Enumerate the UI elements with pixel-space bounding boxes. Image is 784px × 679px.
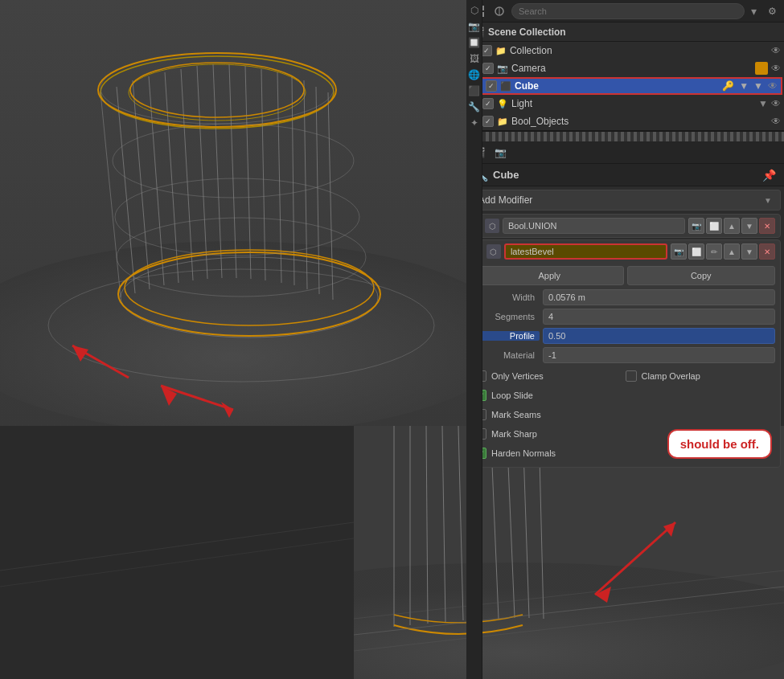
outliner-item-cube[interactable]: ✓ ⬛ Cube 🔑 ▼ ▼ 👁 (468, 77, 782, 95)
cube-action-3[interactable]: ▼ (753, 80, 763, 92)
sidebar-icon-6[interactable]: ⬛ (467, 84, 482, 98)
bool-union-camera-btn[interactable]: 📷 (688, 218, 704, 234)
bool-union-realtime-btn[interactable]: ⬜ (706, 218, 722, 234)
pin-icon[interactable]: 📌 (762, 169, 776, 182)
copy-button[interactable]: Copy (627, 266, 776, 285)
sidebar-icon-1[interactable]: ⬡ (467, 3, 482, 18)
viewport-top[interactable] (0, 0, 466, 426)
add-modifier-label: Add Modifier (478, 194, 532, 206)
viewport-bottom-left[interactable] (0, 426, 354, 679)
filter-icon[interactable]: ▾ (748, 5, 760, 18)
width-label: Width (475, 292, 540, 302)
material-value[interactable]: -1 (543, 347, 775, 363)
svg-point-3 (129, 64, 306, 121)
bevel-up-btn[interactable]: ▲ (724, 243, 740, 260)
bevel-icon: ⬡ (486, 244, 501, 259)
search-input[interactable] (511, 3, 745, 19)
modifier-bool-union-header: ▶ ⬡ 📷 ⬜ ▲ ▼ ✕ (470, 215, 780, 237)
cube-action-2[interactable]: ▼ (739, 80, 749, 92)
clamp-overlap-checkbox[interactable] (626, 370, 637, 382)
profile-label: Profile (475, 331, 540, 341)
bottom-left-svg (0, 426, 354, 679)
annotation-text: should be off. (680, 437, 759, 451)
collection-icon: 📁 (495, 46, 507, 56)
camera-icon: 📷 (497, 63, 508, 74)
sidebar-icon-wrench[interactable]: 🔧 (467, 100, 482, 114)
segments-label: Segments (475, 312, 540, 321)
light-visibility-icon[interactable]: 👁 (771, 98, 781, 109)
apply-copy-row: Apply Copy (470, 263, 780, 288)
apply-button[interactable]: Apply (475, 266, 624, 285)
svg-point-0 (0, 241, 466, 426)
profile-value[interactable]: 0.50 (543, 328, 775, 344)
bool-union-name-input[interactable] (503, 218, 685, 234)
light-icon: 💡 (497, 99, 508, 109)
bool-union-up-btn[interactable]: ▲ (724, 218, 740, 234)
bevel-edit-btn[interactable]: ✏ (706, 243, 722, 260)
camera-label: Camera (511, 63, 752, 74)
cube-icon: ⬛ (500, 81, 511, 92)
checkbox-row-3: Mark Seams (470, 406, 780, 423)
bevel-down-btn[interactable]: ▼ (741, 243, 757, 260)
loop-slide-label: Loop Slide (491, 391, 533, 400)
mark-seams-label: Mark Seams (491, 410, 541, 419)
cube-checkbox[interactable]: ✓ (486, 80, 497, 92)
outliner-item-camera[interactable]: ✓ 📷 Camera 👁 (466, 59, 784, 77)
scene-collection-title: Scene Collection (488, 27, 566, 38)
viewport-bottom (0, 426, 466, 679)
sidebar-icon-3[interactable]: 🔲 (467, 35, 482, 50)
camera-visibility-icon[interactable]: 👁 (771, 63, 781, 74)
outliner-item-bool-objects[interactable]: ✓ 📁 Bool_Objects 👁 (466, 112, 784, 130)
camera-color-indicator (755, 62, 768, 75)
sidebar-icon-5[interactable]: 🌐 (467, 67, 482, 82)
bool-union-icon: ⬡ (485, 219, 499, 233)
add-modifier-chevron: ▼ (764, 196, 772, 205)
outliner: ▼ ✓ 📁 Collection 👁 ✓ 📷 Camera 👁 ✓ ⬛ Cube (466, 42, 784, 132)
sidebar-icons: ⬡ 📷 🔲 🖼 🌐 ⬛ 🔧 ✦ (466, 0, 482, 679)
mesh-svg (0, 0, 466, 426)
bevel-close-btn[interactable]: ✕ (759, 243, 775, 260)
mark-sharp-label: Mark Sharp (491, 429, 537, 439)
scene-collection-header: 🎬 Scene Collection (466, 22, 784, 42)
collection-checkbox[interactable]: ✓ (481, 45, 492, 56)
viewport-area (0, 0, 466, 679)
bool-objects-checkbox[interactable]: ✓ (482, 116, 494, 127)
add-modifier-button[interactable]: Add Modifier ▼ (470, 190, 781, 211)
sidebar-icon-particles[interactable]: ✦ (467, 116, 482, 130)
loop-slide-checkbox-row: ✓ Loop Slide (475, 387, 626, 404)
sidebar-icon-2[interactable]: 📷 (467, 19, 482, 34)
bevel-realtime-btn[interactable]: ⬜ (688, 243, 704, 260)
width-value[interactable]: 0.0576 m (543, 289, 775, 305)
sidebar-icon-4[interactable]: 🖼 (467, 51, 482, 66)
light-label: Light (511, 98, 755, 109)
collection-visibility-icon[interactable]: 👁 (771, 45, 781, 56)
modifier-bool-union: ▶ ⬡ 📷 ⬜ ▲ ▼ ✕ (470, 214, 781, 238)
annotation-bubble: should be off. (667, 429, 772, 459)
cube-action-1[interactable]: 🔑 (722, 80, 734, 92)
options-icon[interactable]: ⚙ (763, 2, 781, 20)
zigzag-divider (466, 132, 784, 141)
bool-union-down-btn[interactable]: ▼ (741, 218, 757, 234)
material-row: Material -1 (470, 346, 780, 364)
bool-union-close-btn[interactable]: ✕ (759, 218, 775, 234)
bevel-camera-btn[interactable]: 📷 (671, 243, 687, 260)
bevel-name-input[interactable] (504, 243, 667, 260)
camera-checkbox[interactable]: ✓ (482, 63, 494, 74)
bool-objects-icon: 📁 (497, 117, 508, 127)
light-checkbox[interactable]: ✓ (482, 98, 494, 109)
material-label: Material (475, 350, 540, 360)
properties-title: Cube (493, 169, 757, 181)
top-toolbar: ▾ ⚙ (466, 0, 784, 22)
cube-label: Cube (515, 80, 719, 92)
segments-value[interactable]: 4 (543, 309, 775, 325)
checkbox-row-3-spacer (626, 406, 776, 423)
bool-objects-visibility-icon[interactable]: 👁 (771, 116, 781, 127)
light-expand[interactable]: ▼ (758, 98, 768, 109)
cube-visibility-icon[interactable]: 👁 (768, 80, 778, 92)
segments-row: Segments 4 (470, 308, 780, 325)
outliner-item-collection[interactable]: ▼ ✓ 📁 Collection 👁 (466, 42, 784, 59)
prop-tab-render[interactable]: 📷 (491, 143, 510, 162)
view-icon[interactable] (491, 2, 508, 20)
outliner-item-light[interactable]: ✓ 💡 Light ▼ 👁 (466, 95, 784, 112)
modifier-latest-bevel: ▼ ⬡ 📷 ⬜ ✏ ▲ ▼ ✕ Apply Copy Width (470, 239, 781, 468)
